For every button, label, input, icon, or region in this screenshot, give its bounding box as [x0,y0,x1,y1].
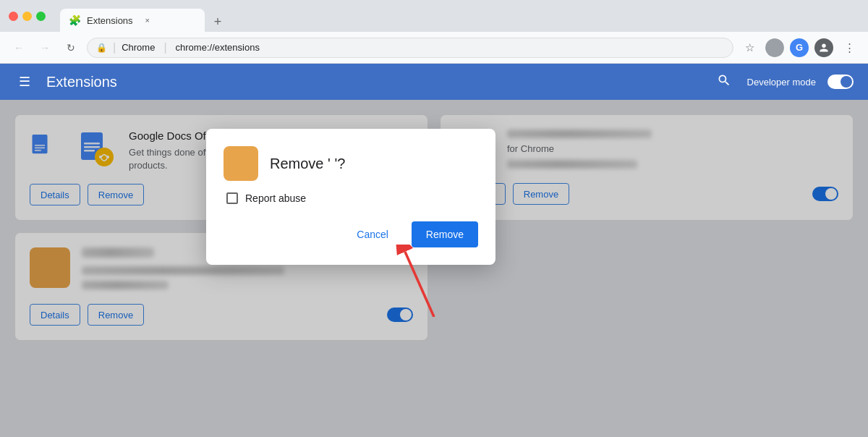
reload-button[interactable]: ↻ [61,38,81,58]
chrome-profile-button[interactable] [814,38,833,57]
secure-icon: 🔒 [96,43,107,53]
browser-frame: 🧩 Extensions × + ← → ↻ 🔒 | Chrome | chro… [0,0,868,437]
bookmark-button[interactable]: ☆ [739,38,760,58]
search-button[interactable] [712,69,736,96]
url-bar[interactable]: 🔒 | Chrome | chrome://extensions [87,38,733,58]
minimize-window-button[interactable] [22,12,32,21]
dev-mode-label: Developer mode [747,77,816,88]
google-account-button[interactable]: G [790,38,809,57]
extensions-page: ☰ Extensions Developer mode [0,64,868,437]
back-button[interactable]: ← [9,38,29,58]
dialog-header: Remove ' '? [224,146,478,181]
sidebar-toggle-button[interactable]: ☰ [14,69,35,94]
extensions-header: ☰ Extensions Developer mode [0,64,868,100]
remove-dialog: Remove ' '? Report abuse Cancel Remove [206,129,495,265]
url-site: Chrome [122,42,155,53]
page-title: Extensions [46,74,117,90]
maximize-window-button[interactable] [36,12,46,21]
extensions-tab-title: Extensions [87,15,133,26]
more-menu-button[interactable]: ⋮ [839,38,859,58]
extensions-tab[interactable]: 🧩 Extensions × [60,9,205,32]
remove-confirm-button[interactable]: Remove [412,221,478,247]
nav-bar: ← → ↻ 🔒 | Chrome | chrome://extensions ☆… [0,32,868,64]
dev-mode-toggle[interactable] [827,75,854,89]
profile-avatar[interactable] [765,38,784,57]
report-abuse-label: Report abuse [245,192,306,204]
tabs-bar: 🧩 Extensions × + [60,0,859,32]
nav-actions: ☆ G ⋮ [739,38,859,58]
forward-button[interactable]: → [35,38,55,58]
close-window-button[interactable] [9,12,18,21]
url-path: chrome://extensions [176,42,260,53]
report-abuse-checkbox[interactable] [226,192,238,204]
close-tab-button[interactable]: × [142,14,153,26]
dialog-actions: Cancel Remove [224,221,478,247]
report-abuse-row: Report abuse [224,192,478,204]
main-content: Google Docs Offline Get things done offl… [0,100,868,437]
extensions-tab-icon: 🧩 [69,14,81,26]
dialog-ext-icon [224,146,258,181]
dialog-title: Remove ' '? [270,156,345,172]
cancel-button[interactable]: Cancel [342,221,403,247]
new-tab-button[interactable]: + [208,12,228,32]
title-bar: 🧩 Extensions × + [0,0,868,32]
traffic-lights [9,12,46,21]
url-separator: | [113,41,116,54]
url-pipe: | [163,41,166,54]
